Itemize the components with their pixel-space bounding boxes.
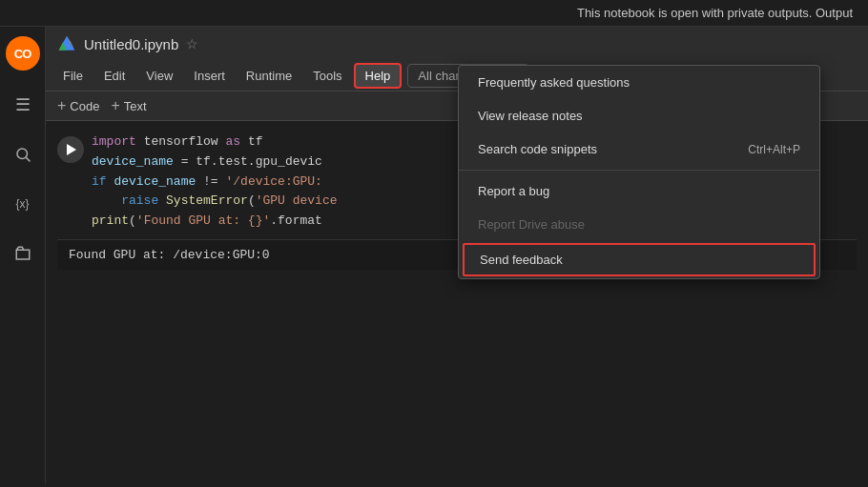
plus-code-icon: + (57, 97, 66, 114)
star-icon[interactable]: ☆ (186, 36, 198, 51)
dropdown-faq[interactable]: Frequently asked questions (459, 66, 819, 99)
dropdown-divider (459, 170, 819, 171)
menu-file[interactable]: File (53, 65, 93, 87)
text-label: Text (124, 99, 147, 113)
run-button[interactable] (57, 136, 84, 163)
dropdown-send-feedback[interactable]: Send feedback (463, 243, 816, 276)
variable-icon[interactable]: {x} (8, 189, 38, 219)
left-sidebar: CO ☰ {x} (0, 27, 46, 483)
menu-edit[interactable]: Edit (94, 65, 134, 87)
folder-icon[interactable] (8, 238, 38, 269)
drive-icon (57, 34, 76, 53)
notebook-title: Untitled0.ipynb (84, 36, 178, 52)
menu-tools[interactable]: Tools (303, 65, 351, 87)
plus-text-icon: + (111, 97, 119, 114)
output-text: Found GPU at: /device:GPU:0 (69, 248, 270, 262)
dropdown-report-bug[interactable]: Report a bug (459, 174, 819, 208)
menu-runtime[interactable]: Runtime (237, 65, 301, 87)
dropdown-search-snippets[interactable]: Search code snippets Ctrl+Alt+P (459, 132, 819, 166)
top-notification: This notebook is open with private outpu… (0, 0, 868, 27)
add-text-button[interactable]: + Text (111, 97, 146, 114)
code-content: import tensorflow as tf device_name = tf… (92, 132, 338, 232)
menu-help[interactable]: Help (354, 63, 403, 89)
code-label: Code (70, 99, 99, 113)
svg-line-1 (26, 157, 30, 161)
notification-text: This notebook is open with private outpu… (577, 6, 853, 20)
add-code-button[interactable]: + Code (57, 97, 99, 114)
run-icon (67, 144, 76, 155)
menu-icon[interactable]: ☰ (8, 90, 38, 120)
menu-insert[interactable]: Insert (184, 65, 235, 87)
search-icon[interactable] (8, 139, 38, 170)
shortcut-text: Ctrl+Alt+P (748, 143, 800, 156)
help-dropdown: Frequently asked questions View release … (458, 65, 820, 279)
co-logo[interactable]: CO (6, 36, 40, 71)
menu-view[interactable]: View (136, 65, 182, 87)
dropdown-report-drive: Report Drive abuse (459, 208, 819, 241)
svg-point-0 (17, 149, 28, 159)
dropdown-release-notes[interactable]: View release notes (459, 99, 819, 132)
